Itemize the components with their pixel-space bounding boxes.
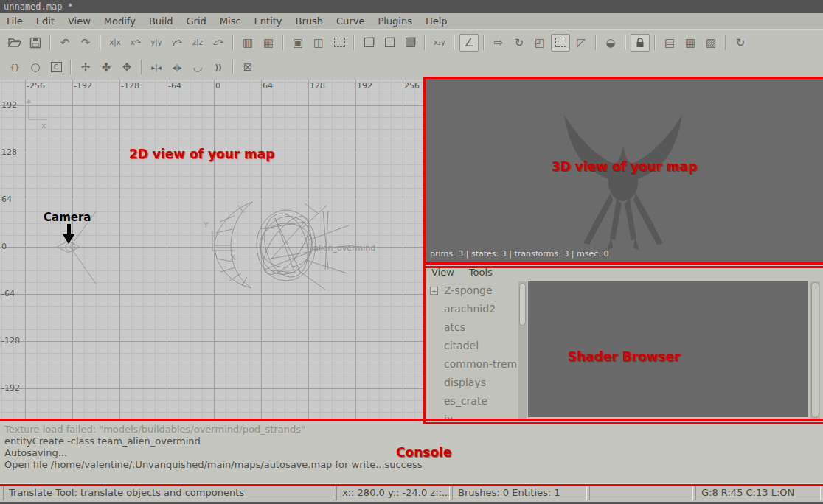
scrollbar-thumb[interactable] — [811, 282, 819, 418]
toolbar-row-2: {} ○ C ✢ ✤ ✥ ▸|◂ ◂|▸ ◡ )) ⊠ — [0, 55, 823, 80]
ruler-x-label: 128 — [310, 81, 325, 91]
resize-tool-icon: ◸ — [577, 36, 586, 49]
scale-tool-button[interactable]: ◰ — [530, 34, 549, 52]
3d-viewport[interactable]: prims: 3 | states: 3 | transforms: 3 | m… — [424, 78, 823, 262]
list-item[interactable]: displays — [426, 374, 518, 392]
menu-help[interactable]: Help — [419, 13, 454, 29]
translate-tool-button[interactable]: ⇨ — [489, 34, 508, 52]
texture-swatch-icon: ▨ — [706, 36, 716, 49]
clipper-button[interactable]: ◒ — [601, 34, 620, 52]
cube-detail-button[interactable] — [380, 34, 399, 52]
texture-list-icon: ▦ — [685, 36, 695, 49]
status-bar: Translate Tool: translate objects and co… — [0, 483, 823, 502]
csg-subtract-button[interactable]: ▥ — [238, 34, 257, 52]
cube-solid-button[interactable] — [400, 34, 420, 52]
menu-entity[interactable]: Entity — [248, 13, 289, 29]
title-bar[interactable]: unnamed.map * — [0, 0, 823, 13]
cube-detail-icon — [385, 38, 395, 47]
flip-z-icon: z|z — [192, 38, 203, 46]
scrollbar-thumb[interactable] — [519, 283, 526, 326]
xyz-axis-icon: x₂y — [434, 38, 445, 46]
list-item[interactable]: es_crate — [426, 392, 518, 410]
cube-wire-button[interactable] — [359, 34, 378, 52]
alien-model-2-button[interactable]: ✤ — [97, 58, 116, 76]
csg-subtract-icon: ▥ — [243, 36, 253, 49]
cap-inward-button[interactable]: ▸|◂ — [147, 58, 166, 76]
list-item[interactable]: + Z-sponge — [426, 281, 518, 300]
console-line: Texture load failed: "models/buildables/… — [4, 424, 823, 435]
rotate-x-button[interactable]: x↷ — [126, 34, 145, 52]
flip-y-icon: y|y — [150, 38, 162, 46]
alien-model-3-button[interactable]: ✥ — [117, 58, 136, 76]
csg-merge-icon: ▦ — [263, 36, 274, 49]
menu-edit[interactable]: Edit — [29, 13, 61, 29]
entity-list-button[interactable]: ▤ — [660, 34, 679, 52]
console-panel[interactable]: Texture load failed: "models/buildables/… — [0, 420, 823, 483]
cube-solid-icon — [406, 38, 415, 47]
endcap-icon: )) — [215, 63, 221, 71]
menu-brush[interactable]: Brush — [289, 13, 330, 29]
list-item[interactable]: citadel — [426, 337, 518, 355]
shader-menu-view[interactable]: View — [424, 267, 462, 278]
xyz-axis-button[interactable]: x₂y — [430, 34, 449, 52]
save-button[interactable] — [26, 34, 45, 52]
flip-z-button[interactable]: z|z — [188, 34, 207, 52]
2d-viewport[interactable]: -256 -192 -128 -64 0 64 128 192 256 192 … — [0, 80, 424, 420]
menu-modify[interactable]: Modify — [97, 13, 142, 29]
rotate-z-button[interactable]: z↷ — [209, 34, 228, 52]
camera-wireframe[interactable] — [48, 205, 103, 286]
console-line: Autosaving... — [4, 447, 823, 459]
menu-grid[interactable]: Grid — [180, 13, 213, 29]
menu-misc[interactable]: Misc — [213, 13, 248, 29]
open-file-button[interactable] — [5, 34, 24, 52]
list-item[interactable]: jx — [426, 410, 518, 419]
cap-button[interactable]: C — [46, 58, 66, 76]
cap-outward-button[interactable]: ◂|▸ — [167, 58, 187, 76]
menu-view[interactable]: View — [61, 13, 97, 29]
vertex-tool-button[interactable]: ∠ — [459, 34, 479, 52]
texture-lock-button[interactable] — [631, 34, 650, 52]
redo-button[interactable]: ↷ — [76, 34, 95, 52]
list-item[interactable]: arachnid2 — [426, 300, 518, 318]
split-button[interactable]: ◫ — [309, 34, 328, 52]
shader-menu-tools[interactable]: Tools — [462, 267, 500, 278]
toolbar-separator — [454, 35, 455, 50]
expander-icon[interactable]: + — [430, 287, 438, 295]
shader-preview-scrollbar[interactable] — [810, 281, 820, 419]
rotate-y-button[interactable]: y↷ — [167, 34, 187, 52]
select-tool-button[interactable] — [551, 34, 570, 52]
texture-swatch-button[interactable]: ▨ — [701, 34, 720, 52]
bevel-button[interactable]: ◡ — [188, 58, 207, 76]
alien-model-1-button[interactable]: ✢ — [76, 58, 95, 76]
ruler-x-label: -64 — [168, 81, 181, 91]
undo-button[interactable]: ↶ — [55, 34, 74, 52]
csg-merge-button[interactable]: ▦ — [259, 34, 278, 52]
shader-list-scrollbar[interactable] — [518, 281, 527, 419]
flip-x-button[interactable]: x|x — [105, 34, 125, 52]
ruler-x-label: -192 — [74, 81, 92, 91]
list-item[interactable]: atcs — [426, 318, 518, 337]
endcap-button[interactable]: )) — [209, 58, 228, 76]
cone-button[interactable]: ○ — [26, 58, 45, 76]
menu-plugins[interactable]: Plugins — [371, 13, 419, 29]
list-item-label: atcs — [444, 321, 465, 333]
menu-curve[interactable]: Curve — [330, 13, 371, 29]
menu-build[interactable]: Build — [142, 13, 180, 29]
flip-y-button[interactable]: y|y — [147, 34, 166, 52]
hollow-button[interactable]: ▣ — [288, 34, 308, 52]
selection-button[interactable] — [330, 34, 349, 52]
save-floppy-icon — [29, 37, 41, 49]
shader-preview-pane[interactable] — [528, 281, 808, 417]
patch-button[interactable]: {} — [5, 58, 24, 76]
scale-tool-icon: ◰ — [535, 36, 545, 49]
status-counts: Brushes: 0 Entities: 1 — [452, 486, 587, 500]
resize-tool-button[interactable]: ◸ — [572, 34, 591, 52]
toolbar-separator — [232, 35, 234, 50]
rotate-tool-button[interactable]: ↻ — [510, 34, 529, 52]
ruler-y-label: 192 — [1, 100, 17, 110]
nodraw-button[interactable]: ⊠ — [238, 58, 257, 76]
list-item[interactable]: common-trem — [426, 355, 518, 374]
refresh-button[interactable]: ↻ — [731, 34, 750, 52]
texture-list-button[interactable]: ▦ — [681, 34, 700, 52]
menu-file[interactable]: File — [0, 13, 29, 29]
